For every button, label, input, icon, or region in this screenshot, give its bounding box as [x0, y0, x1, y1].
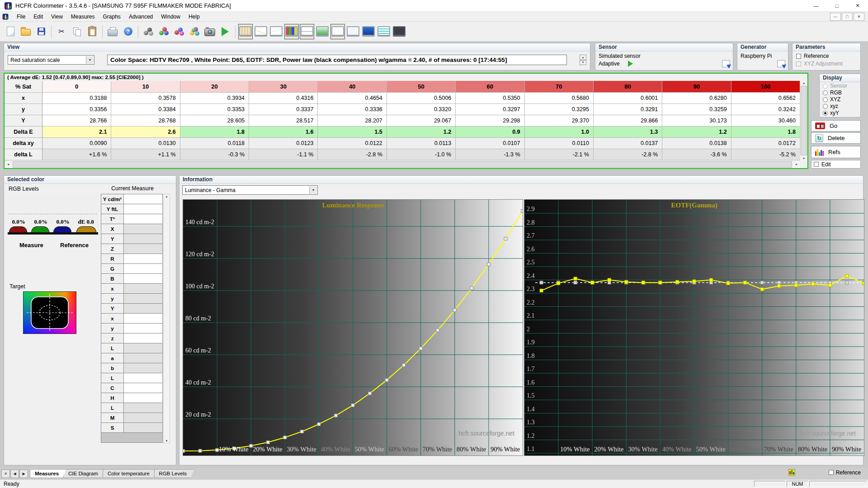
cell-delta-xy-30[interactable]: 0.0123 [249, 138, 318, 149]
cell-delta-e-100[interactable]: 1.8 [731, 127, 800, 138]
view-free-measures-button[interactable] [392, 24, 406, 39]
cell-y-70[interactable]: 29.370 [525, 115, 594, 127]
scroll-down-icon[interactable]: ▾ [803, 156, 805, 160]
print-button[interactable] [105, 24, 120, 39]
cell-delta-l-90[interactable]: -3.6 % [662, 149, 731, 160]
cell-y-60[interactable]: 29.298 [456, 115, 524, 127]
cell-delta-e-10[interactable]: 2.6 [111, 127, 180, 138]
cell-delta-l-80[interactable]: -2.8 % [594, 149, 662, 160]
mdi-restore-icon[interactable]: □ [842, 13, 853, 21]
cell-x-0[interactable]: 0.3188 [42, 93, 111, 104]
cell-x-60[interactable]: 0.5350 [456, 93, 524, 104]
view-nearblack-button[interactable] [269, 24, 283, 39]
scroll-right-icon[interactable]: ▸ [793, 162, 800, 166]
tab-rgb-levels[interactable]: RGB Levels [154, 469, 194, 478]
cell-x-50[interactable]: 0.5006 [387, 93, 456, 104]
primaries-measure-button[interactable] [156, 24, 171, 39]
reference-checkbox-row[interactable]: Reference [793, 52, 860, 59]
cell-delta-xy-20[interactable]: 0.0118 [180, 138, 249, 149]
open-file-button[interactable] [19, 24, 33, 39]
snapshot-camera-button[interactable] [203, 24, 217, 39]
menu-item-edit[interactable]: Edit [29, 13, 47, 21]
cell-y-0[interactable]: 0.3356 [42, 104, 111, 115]
cell-x-30[interactable]: 0.4316 [249, 93, 318, 104]
cell-x-70[interactable]: 0.5680 [525, 93, 594, 104]
cell-y-100[interactable]: 30.460 [731, 115, 800, 127]
cell-y-10[interactable]: 28.768 [111, 115, 180, 127]
cell-x-100[interactable]: 0.6562 [731, 93, 800, 104]
mdi-close-icon[interactable]: ✕ [854, 13, 864, 21]
cell-y-30[interactable]: 28.517 [249, 115, 318, 127]
paste-button[interactable] [85, 24, 99, 39]
view-measures-grid-button[interactable] [238, 24, 253, 39]
cell-y-40[interactable]: 28.207 [318, 115, 387, 127]
radio-xyz[interactable] [823, 104, 828, 109]
cell-y-50[interactable]: 29.067 [387, 115, 456, 127]
cell-delta-e-0[interactable]: 2.1 [42, 127, 111, 138]
sensor-play-icon[interactable] [628, 61, 633, 67]
scroll-up-icon[interactable]: ▴ [803, 81, 805, 85]
cell-delta-l-20[interactable]: -0.3 % [180, 149, 249, 160]
close-icon[interactable]: ✕ [847, 0, 868, 11]
scroll-left-icon[interactable]: ◂ [5, 162, 12, 166]
reference-checkbox[interactable] [796, 54, 801, 59]
display-option-xyz[interactable]: XYZ [820, 96, 860, 103]
cell-delta-e-80[interactable]: 1.3 [594, 127, 662, 138]
tab-close-icon[interactable]: ✕ [1, 469, 10, 478]
cell-delta-e-30[interactable]: 1.6 [249, 127, 318, 138]
cell-y-10[interactable]: 0.3384 [111, 104, 180, 115]
cell-y-30[interactable]: 0.3337 [249, 104, 318, 115]
tab-color-temperature[interactable]: Color temperature [103, 469, 157, 478]
cell-delta-l-30[interactable]: -1.1 % [249, 149, 318, 160]
cell-y-40[interactable]: 0.3336 [318, 104, 387, 115]
gray-scale-measure-button[interactable] [141, 24, 156, 39]
cell-y-90[interactable]: 30.173 [662, 115, 731, 127]
cell-x-90[interactable]: 0.6280 [662, 93, 731, 104]
menu-item-measures[interactable]: Measures [67, 13, 99, 21]
cell-y-80[interactable]: 0.3291 [594, 104, 662, 115]
cell-delta-xy-0[interactable]: 0.0090 [42, 138, 111, 149]
reference-toggle-row[interactable]: Reference [829, 469, 861, 476]
tab-measures[interactable]: Measures [30, 469, 66, 478]
cell-delta-l-40[interactable]: -2.8 % [318, 149, 387, 160]
cell-delta-e-90[interactable]: 1.2 [662, 127, 731, 138]
cell-delta-l-0[interactable]: +1.6 % [42, 149, 111, 160]
tab-prev-icon[interactable]: ◀ [10, 469, 19, 478]
cell-delta-xy-60[interactable]: 0.0107 [456, 138, 524, 149]
hscroll-thumb[interactable] [13, 161, 792, 168]
table-vertical-scrollbar[interactable]: ▴ ▾ [800, 81, 807, 160]
display-option-rgb[interactable]: RGB [820, 89, 860, 96]
cell-delta-xy-10[interactable]: 0.0130 [111, 138, 180, 149]
cell-y-60[interactable]: 0.3297 [456, 104, 524, 115]
cell-x-20[interactable]: 0.3934 [180, 93, 249, 104]
radio-xyz[interactable] [823, 97, 828, 102]
view-gamma-button[interactable] [254, 24, 268, 39]
cell-y-100[interactable]: 0.3242 [731, 104, 800, 115]
menu-item-view[interactable]: View [47, 13, 67, 21]
radio-xyy[interactable] [823, 111, 828, 116]
graph-select-dropdown[interactable]: Luminance - Gamma ▼ [182, 185, 318, 195]
delete-button[interactable]: ↻ Delete [811, 132, 861, 144]
view-color-temperature-button[interactable] [315, 24, 330, 39]
cell-x-40[interactable]: 0.4654 [318, 93, 387, 104]
spinner-up-icon[interactable]: ▲ [580, 55, 586, 60]
view-blue-screen-button[interactable] [361, 24, 376, 39]
menu-item-advanced[interactable]: Advanced [125, 13, 157, 21]
generator-configure-icon[interactable] [777, 60, 785, 67]
menu-item-window[interactable]: Window [157, 13, 184, 21]
cell-delta-e-50[interactable]: 1.2 [387, 127, 456, 138]
cell-delta-e-70[interactable]: 1.0 [525, 127, 594, 138]
cell-delta-l-100[interactable]: -5.2 % [731, 149, 800, 160]
maxim ize-icon[interactable]: □ [826, 0, 847, 11]
cell-delta-e-40[interactable]: 1.5 [318, 127, 387, 138]
view-satluminance-button[interactable] [346, 24, 360, 39]
view-rgb-levels-button[interactable] [284, 24, 299, 39]
menu-item-help[interactable]: Help [184, 13, 204, 21]
cell-delta-xy-100[interactable]: 0.0172 [731, 138, 800, 149]
cell-x-10[interactable]: 0.3578 [111, 93, 180, 104]
edit-checkbox-row[interactable]: Edit [811, 160, 861, 169]
cell-y-0[interactable]: 28.766 [42, 115, 111, 127]
reference-toggle-checkbox[interactable] [829, 470, 834, 475]
help-about-button[interactable]: ? [121, 24, 135, 39]
run-measures-button[interactable] [218, 24, 232, 39]
